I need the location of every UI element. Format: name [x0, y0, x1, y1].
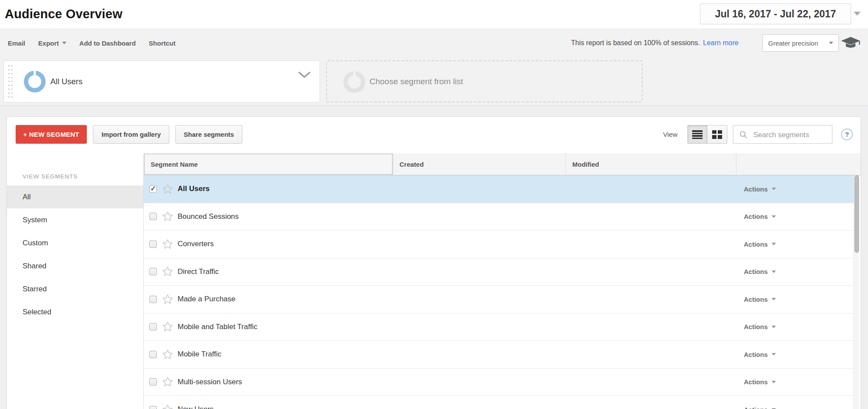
column-header-created[interactable]: Created [399, 153, 424, 175]
sampling-note-text: This report is based on 100% of sessions… [571, 39, 700, 47]
column-header-segment-name[interactable]: Segment Name [144, 154, 393, 175]
caret-down-icon[interactable] [854, 12, 861, 16]
menu-item-add-to-dashboard[interactable]: Add to Dashboard [79, 40, 136, 47]
scrollbar-thumb[interactable] [855, 175, 859, 253]
actions-dropdown[interactable]: Actions [744, 396, 776, 409]
sidebar-heading: VIEW SEGMENTS [23, 173, 143, 180]
star-icon[interactable] [162, 321, 173, 332]
action-menu: EmailExportAdd to DashboardShortcut [8, 29, 175, 57]
segment-name: New Users [178, 405, 214, 409]
segment-name: Converters [178, 240, 214, 248]
precision-label: Greater precision [768, 40, 818, 47]
learn-more-link[interactable]: Learn more [703, 39, 739, 47]
table-row[interactable]: Multi-session UsersActions [144, 369, 854, 396]
list-view-toggle[interactable] [687, 125, 707, 144]
actions-label: Actions [744, 213, 768, 220]
actions-dropdown[interactable]: Actions [744, 286, 776, 313]
view-toggle-group [687, 125, 727, 144]
actions-dropdown[interactable]: Actions [744, 341, 776, 368]
row-checkbox[interactable] [149, 323, 157, 330]
sidebar-item-system[interactable]: System [7, 208, 143, 231]
chevron-down-icon[interactable] [298, 71, 311, 80]
table-row[interactable]: ConvertersActions [144, 231, 854, 258]
add-segment-card[interactable]: Choose segment from list [326, 60, 643, 102]
precision-selector[interactable]: Greater precision [762, 34, 839, 52]
sidebar-item-custom[interactable]: Custom [7, 231, 143, 254]
row-checkbox[interactable] [149, 213, 157, 220]
table-header: Segment Name Created Modified [144, 153, 861, 175]
active-segment-card[interactable]: All Users [3, 60, 320, 102]
segment-name: All Users [178, 185, 210, 193]
table-row[interactable]: All UsersActions [144, 175, 854, 203]
menu-item-email[interactable]: Email [8, 40, 25, 47]
sidebar-item-all[interactable]: All [7, 185, 143, 208]
star-icon[interactable] [162, 184, 173, 195]
sampling-note: This report is based on 100% of sessions… [571, 29, 739, 57]
segment-sidebar: VIEW SEGMENTS AllSystemCustomSharedStarr… [7, 153, 144, 409]
segment-donut-icon [343, 71, 365, 93]
add-segment-label: Choose segment from list [370, 61, 463, 102]
star-icon[interactable] [162, 239, 173, 250]
menu-item-export[interactable]: Export [38, 40, 66, 47]
sidebar-item-starred[interactable]: Starred [7, 277, 143, 300]
drag-handle[interactable] [8, 65, 13, 98]
column-divider [393, 153, 393, 175]
row-checkbox[interactable] [149, 351, 157, 358]
actions-dropdown[interactable]: Actions [744, 313, 776, 341]
row-checkbox[interactable] [149, 241, 157, 248]
actions-dropdown[interactable]: Actions [744, 258, 776, 286]
actions-dropdown[interactable]: Actions [744, 175, 776, 203]
row-checkbox[interactable] [149, 185, 157, 193]
column-header-modified[interactable]: Modified [572, 153, 599, 175]
table-row[interactable]: Mobile and Tablet TrafficActions [144, 313, 854, 341]
search-segments-input[interactable] [752, 125, 832, 144]
table-row[interactable]: Made a PurchaseActions [144, 286, 854, 313]
menu-item-label: Export [38, 40, 59, 47]
new-segment-button[interactable]: + NEW SEGMENT [16, 125, 87, 144]
star-icon[interactable] [162, 266, 173, 277]
actions-dropdown[interactable]: Actions [744, 203, 776, 231]
star-icon[interactable] [162, 404, 173, 409]
date-range-selector[interactable]: Jul 16, 2017 - Jul 22, 2017 [700, 3, 851, 24]
actions-label: Actions [744, 241, 768, 248]
column-divider [736, 153, 736, 175]
caret-down-icon [829, 42, 833, 44]
share-segments-button[interactable]: Share segments [175, 125, 242, 144]
segment-name: Multi-session Users [178, 378, 242, 386]
sidebar-list: AllSystemCustomSharedStarredSelected [7, 185, 143, 323]
help-icon[interactable]: ? [841, 129, 853, 140]
segment-manager-panel: + NEW SEGMENT Import from gallery Share … [7, 116, 861, 409]
star-icon[interactable] [162, 294, 173, 305]
star-icon[interactable] [162, 211, 173, 222]
import-from-gallery-button[interactable]: Import from gallery [93, 125, 169, 144]
segment-name: Direct Traffic [178, 267, 219, 276]
caret-down-icon [772, 270, 776, 273]
table-row[interactable]: Bounced SessionsActions [144, 203, 854, 231]
row-checkbox[interactable] [149, 268, 157, 275]
table-row[interactable]: New UsersActions [144, 396, 854, 409]
table-row[interactable]: Direct TrafficActions [144, 258, 854, 286]
row-checkbox[interactable] [149, 296, 157, 303]
search-icon [739, 131, 748, 141]
star-icon[interactable] [162, 349, 173, 360]
table-row[interactable]: Mobile TrafficActions [144, 341, 854, 369]
sidebar-item-selected[interactable]: Selected [7, 300, 143, 323]
segment-table: Segment Name Created Modified All UsersA… [144, 153, 861, 409]
table-scrollbar[interactable] [854, 175, 859, 409]
caret-down-icon [772, 353, 776, 356]
graduation-cap-icon[interactable] [841, 36, 861, 52]
actions-label: Actions [744, 406, 768, 409]
menu-item-shortcut[interactable]: Shortcut [149, 40, 176, 47]
actions-dropdown[interactable]: Actions [744, 369, 776, 396]
sidebar-item-shared[interactable]: Shared [7, 254, 143, 277]
menu-item-label: Add to Dashboard [79, 40, 136, 47]
caret-down-icon [772, 298, 776, 300]
actions-dropdown[interactable]: Actions [744, 231, 776, 258]
row-checkbox[interactable] [149, 378, 157, 386]
row-checkbox[interactable] [149, 406, 157, 409]
actions-label: Actions [744, 268, 768, 275]
grid-view-toggle[interactable] [707, 125, 727, 144]
star-icon[interactable] [162, 376, 173, 387]
segment-name: Mobile Traffic [178, 350, 221, 359]
list-icon [692, 130, 703, 139]
